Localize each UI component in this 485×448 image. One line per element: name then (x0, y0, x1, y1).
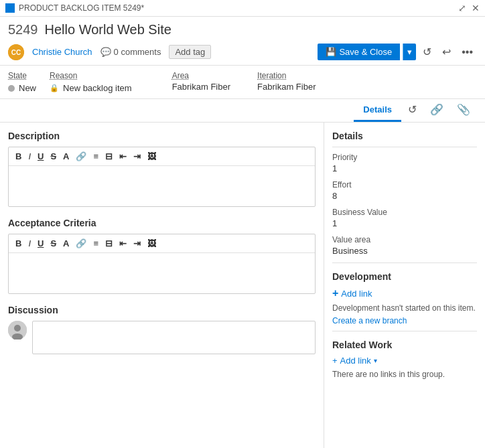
ac-image-button[interactable]: 🖼 (145, 237, 159, 250)
fields-row: State New Reason 🔒 New backlog item Area… (0, 66, 485, 99)
ac-italic-button[interactable]: I (25, 237, 33, 250)
iteration-value[interactable]: Fabrikam Fiber (257, 82, 316, 92)
meta-bar: CC Christie Church 💬 0 comments Add tag … (0, 40, 485, 66)
ac-numbered-list-button[interactable]: ⊟ (102, 237, 115, 250)
development-add-link-button[interactable]: + Add link (332, 287, 477, 299)
description-toolbar: B I U S A 🔗 ≡ ⊟ ⇤ ⇥ 🖼 (9, 147, 315, 166)
effort-field: Effort 8 (332, 180, 477, 201)
details-section-title: Details (332, 131, 477, 141)
image-button[interactable]: 🖼 (145, 150, 159, 163)
acceptance-criteria-editor-area[interactable] (9, 253, 315, 293)
related-add-link-label: Add link (340, 356, 371, 366)
area-label: Area (172, 71, 230, 80)
area-field: Area Fabrikam Fiber (172, 71, 230, 93)
business-value-value[interactable]: 1 (332, 218, 477, 228)
comments-button[interactable]: 💬 0 comments (100, 47, 161, 57)
acceptance-criteria-section-title: Acceptance Criteria (8, 218, 316, 228)
link-button[interactable]: 🔗 (73, 150, 89, 163)
iteration-field: Iteration Fabrikam Fiber (257, 71, 316, 93)
close-icon[interactable]: ✕ (472, 3, 480, 13)
italic-button[interactable]: I (25, 150, 33, 163)
create-branch-link[interactable]: Create a new branch (332, 316, 407, 325)
state-dot (8, 85, 15, 92)
refresh-button[interactable]: ↺ (419, 43, 435, 61)
ac-link-button[interactable]: 🔗 (73, 237, 89, 250)
ac-strikethrough-button[interactable]: S (48, 237, 59, 250)
value-area-value[interactable]: Business (332, 246, 477, 256)
ac-highlight-button[interactable]: A (60, 237, 72, 250)
development-section-title: Development (332, 271, 477, 282)
development-section: Development + Add link Development hasn'… (332, 271, 477, 325)
ac-bold-button[interactable]: B (13, 237, 24, 250)
related-dropdown-icon: ▾ (374, 357, 377, 364)
discussion-input[interactable] (32, 321, 316, 354)
effort-label: Effort (332, 180, 477, 190)
add-tag-button[interactable]: Add tag (169, 45, 211, 59)
ac-bullet-list-button[interactable]: ≡ (90, 237, 101, 250)
ac-increase-indent-button[interactable]: ⇥ (131, 237, 143, 250)
discussion-section-title: Discussion (8, 305, 316, 315)
iteration-label: Iteration (257, 71, 316, 80)
comment-icon: 💬 (100, 47, 111, 57)
discussion-avatar (8, 321, 27, 340)
ac-decrease-indent-button[interactable]: ⇤ (117, 237, 129, 250)
related-plus-icon: + (332, 356, 338, 366)
business-value-field: Business Value 1 (332, 208, 477, 228)
more-options-button[interactable]: ••• (458, 44, 477, 61)
value-area-field: Value area Business (332, 235, 477, 256)
development-text: Development hasn't started on this item. (332, 303, 477, 313)
tabs-row: Details ↺ 🔗 📎 (0, 99, 485, 123)
bold-button[interactable]: B (13, 150, 24, 163)
reason-field: Reason 🔒 New backlog item (50, 71, 132, 93)
value-area-label: Value area (332, 235, 477, 244)
highlight-button[interactable]: A (60, 150, 72, 163)
numbered-list-button[interactable]: ⊟ (102, 150, 115, 163)
bullet-list-button[interactable]: ≡ (90, 150, 101, 163)
priority-value[interactable]: 1 (332, 163, 477, 173)
discussion-input-row (8, 321, 316, 354)
save-close-dropdown-button[interactable]: ▾ (403, 44, 416, 60)
expand-icon[interactable]: ⤢ (458, 3, 466, 13)
decrease-indent-button[interactable]: ⇤ (117, 150, 129, 163)
acceptance-criteria-toolbar: B I U S A 🔗 ≡ ⊟ ⇤ ⇥ 🖼 (9, 234, 315, 253)
area-iteration-group: Area Fabrikam Fiber Iteration Fabrikam F… (172, 71, 316, 93)
priority-field: Priority 1 (332, 153, 477, 173)
increase-indent-button[interactable]: ⇥ (131, 150, 143, 163)
description-section-title: Description (8, 131, 316, 141)
state-value[interactable]: New (19, 83, 36, 93)
item-header: 5249 Hello World Web Site (0, 17, 485, 40)
state-field: State New (8, 71, 36, 93)
undo-button[interactable]: ↩ (438, 43, 455, 61)
effort-value[interactable]: 8 (332, 191, 477, 201)
description-editor[interactable]: B I U S A 🔗 ≡ ⊟ ⇤ ⇥ 🖼 (8, 147, 316, 207)
tab-attachments[interactable]: 📎 (450, 99, 477, 122)
plus-icon: + (332, 287, 338, 299)
tab-history[interactable]: ↺ (401, 99, 423, 122)
state-label: State (8, 71, 36, 80)
item-title: Hello World Web Site (45, 22, 171, 38)
save-close-button[interactable]: 💾 Save & Close (318, 44, 400, 60)
strikethrough-button[interactable]: S (48, 150, 59, 163)
acceptance-criteria-editor[interactable]: B I U S A 🔗 ≡ ⊟ ⇤ ⇥ 🖼 (8, 234, 316, 294)
comments-count: 0 comments (114, 47, 161, 57)
title-bar: PRODUCT BACKLOG ITEM 5249* ⤢ ✕ (0, 0, 485, 17)
related-work-section-title: Related Work (332, 340, 477, 350)
tab-details[interactable]: Details (354, 99, 401, 122)
description-editor-area[interactable] (9, 166, 315, 206)
product-backlog-icon (5, 3, 15, 13)
save-close-label: Save & Close (339, 47, 392, 57)
lock-icon: 🔒 (50, 84, 59, 92)
related-work-section: Related Work + Add link ▾ There are no l… (332, 340, 477, 379)
development-add-link-label: Add link (341, 289, 372, 299)
related-work-add-link-button[interactable]: + Add link ▾ (332, 356, 477, 366)
reason-value[interactable]: New backlog item (63, 83, 132, 93)
username[interactable]: Christie Church (32, 47, 92, 57)
left-panel: Description B I U S A 🔗 ≡ ⊟ ⇤ ⇥ 🖼 Accept… (0, 123, 324, 448)
save-icon: 💾 (326, 47, 336, 57)
area-value[interactable]: Fabrikam Fiber (172, 82, 230, 92)
ac-underline-button[interactable]: U (35, 237, 46, 250)
avatar: CC (8, 44, 24, 60)
tab-links[interactable]: 🔗 (423, 99, 450, 122)
underline-button[interactable]: U (35, 150, 46, 163)
item-number: 5249 (8, 22, 38, 38)
